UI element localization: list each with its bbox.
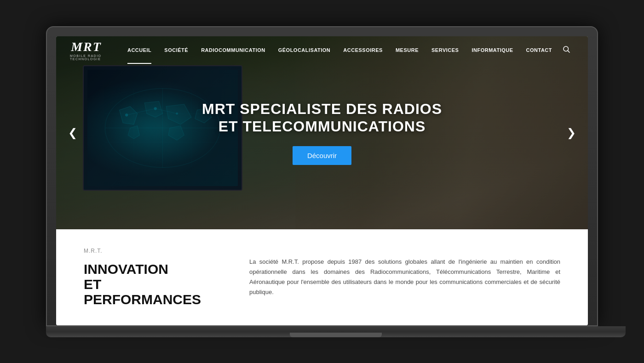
navigation: MRT MOBILE RADIO TECHNOLOGIE ACCUEIL SOC… bbox=[56, 36, 588, 64]
carousel-next-button[interactable]: ❯ bbox=[559, 123, 583, 143]
about-body-text: La société M.R.T. propose depuis 1987 de… bbox=[249, 257, 560, 297]
nav-link-societe[interactable]: SOCIÉTÉ bbox=[158, 36, 195, 64]
about-right: La société M.R.T. propose depuis 1987 de… bbox=[249, 248, 560, 307]
nav-link-informatique[interactable]: INFORMATIQUE bbox=[465, 36, 519, 64]
hero-title-line2: ET TELECOMMUNICATIONS bbox=[218, 118, 426, 135]
screen: MRT MOBILE RADIO TECHNOLOGIE ACCUEIL SOC… bbox=[56, 36, 588, 325]
website: MRT MOBILE RADIO TECHNOLOGIE ACCUEIL SOC… bbox=[56, 36, 588, 325]
nav-link-geolocalisation[interactable]: GÉOLOCALISATION bbox=[272, 36, 337, 64]
laptop-container: MRT MOBILE RADIO TECHNOLOGIE ACCUEIL SOC… bbox=[46, 26, 598, 337]
hero-content: MRT SPECIALISTE DES RADIOS ET TELECOMMUN… bbox=[202, 100, 442, 165]
about-title-line2: ET bbox=[84, 277, 101, 292]
about-left: M.R.T. INNOVATION ET PERFORMANCES bbox=[84, 248, 222, 307]
search-icon[interactable] bbox=[558, 41, 574, 59]
nav-link-accessoires[interactable]: ACCESSOIRES bbox=[337, 36, 389, 64]
about-section: M.R.T. INNOVATION ET PERFORMANCES La soc… bbox=[56, 229, 588, 325]
hero-cta-button[interactable]: Découvrir bbox=[293, 146, 351, 165]
nav-link-radiocommunication[interactable]: RADIOCOMMUNICATION bbox=[195, 36, 272, 64]
screen-bezel: MRT MOBILE RADIO TECHNOLOGIE ACCUEIL SOC… bbox=[46, 26, 598, 326]
nav-link-services[interactable]: SERVICES bbox=[425, 36, 465, 64]
svg-line-13 bbox=[568, 51, 569, 52]
hero-title-line1: MRT SPECIALISTE DES RADIOS bbox=[202, 101, 442, 117]
carousel-prev-button[interactable]: ❮ bbox=[61, 123, 85, 143]
hero-title: MRT SPECIALISTE DES RADIOS ET TELECOMMUN… bbox=[202, 100, 442, 136]
about-label: M.R.T. bbox=[84, 248, 222, 254]
logo[interactable]: MRT MOBILE RADIO TECHNOLOGIE bbox=[70, 40, 103, 61]
nav-links: ACCUEIL SOCIÉTÉ RADIOCOMMUNICATION GÉOLO… bbox=[121, 36, 558, 64]
laptop-base bbox=[46, 326, 626, 337]
hero-section: MRT MOBILE RADIO TECHNOLOGIE ACCUEIL SOC… bbox=[56, 36, 588, 229]
about-title-line3: PERFORMANCES bbox=[84, 292, 201, 307]
logo-sub: MOBILE RADIO TECHNOLOGIE bbox=[70, 54, 103, 61]
nav-link-accueil[interactable]: ACCUEIL bbox=[121, 36, 158, 64]
about-title: INNOVATION ET PERFORMANCES bbox=[84, 261, 222, 307]
nav-link-mesure[interactable]: MESURE bbox=[389, 36, 425, 64]
svg-point-12 bbox=[564, 46, 569, 51]
nav-link-contact[interactable]: CONTACT bbox=[520, 36, 558, 64]
logo-mrt: MRT bbox=[71, 40, 102, 54]
about-title-line1: INNOVATION bbox=[84, 261, 168, 277]
